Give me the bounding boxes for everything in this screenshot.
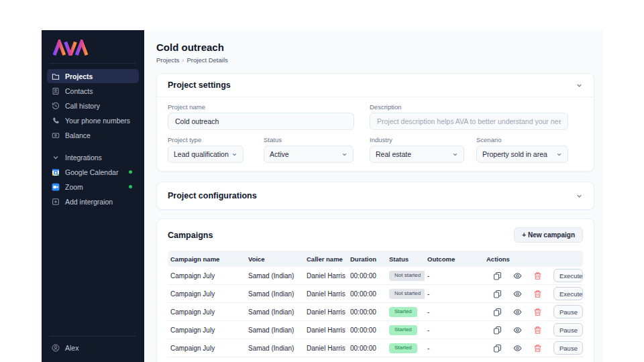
project-settings-header[interactable]: Project settings (157, 74, 594, 97)
column-header-caller-name: Caller name (304, 255, 347, 263)
cell-campaign-name: Campaign July (168, 345, 246, 352)
table-row: Campaign July Samad (Indian) Daniel Harr… (168, 321, 583, 339)
sidebar-nav: Projects Contacts Call history Your phon… (42, 69, 144, 143)
status-badge: Not started (389, 271, 425, 281)
column-header-campaign-name: Campaign name (168, 255, 246, 263)
campaigns-table: Campaign name Voice Caller name Duration… (168, 251, 583, 362)
copy-icon[interactable] (493, 326, 502, 335)
trash-icon[interactable] (533, 326, 542, 335)
trash-icon[interactable] (533, 308, 542, 316)
breadcrumb-projects[interactable]: Projects (156, 56, 179, 64)
new-campaign-button[interactable]: + New campaign (514, 227, 583, 243)
campaigns-card: Campaigns + New campaign Campaign name V… (156, 219, 594, 362)
description-label: Description (370, 103, 568, 111)
connected-status-dot (129, 185, 132, 188)
table-row: Campaign July Samad (Indian) Daniel Harr… (168, 303, 583, 321)
status-badge: Not started (389, 289, 425, 299)
sidebar-item-label: Projects (65, 72, 93, 80)
project-name-label: Project name (168, 103, 354, 111)
cell-actions: Pause (484, 323, 583, 337)
scenario-select[interactable]: Property sold in area (476, 145, 568, 163)
eye-icon[interactable] (513, 308, 522, 316)
trash-icon[interactable] (533, 290, 542, 298)
sidebar-item-contacts[interactable]: Contacts (47, 84, 139, 98)
integrations-section-label: Integrations (65, 154, 102, 162)
trash-icon[interactable] (533, 344, 542, 353)
copy-icon[interactable] (493, 290, 502, 298)
integrations-section-toggle[interactable]: Integrations (47, 150, 139, 164)
project-name-input[interactable] (168, 113, 354, 130)
execute-button[interactable]: Execute (553, 287, 583, 300)
eye-icon[interactable] (513, 290, 522, 298)
copy-icon[interactable] (493, 308, 502, 316)
status-select[interactable]: Active (264, 145, 354, 163)
eye-icon[interactable] (513, 272, 522, 280)
cell-caller-name: Daniel Harris (304, 345, 347, 352)
chevron-down-icon[interactable] (576, 192, 583, 200)
description-input[interactable] (370, 113, 568, 130)
sidebar-item-call-history[interactable]: Call history (47, 99, 139, 113)
pause-button[interactable]: Pause (553, 341, 583, 355)
eye-icon[interactable] (513, 344, 522, 353)
industry-value: Real estate (376, 150, 411, 158)
project-type-select[interactable]: Lead qualification (168, 145, 244, 163)
pause-button[interactable]: Pause (553, 323, 583, 337)
cell-caller-name: Daniel Harris (304, 290, 347, 298)
user-menu[interactable]: Alex (42, 342, 144, 362)
cell-duration: 00:00:00 (347, 290, 386, 298)
sidebar-item-label: Call history (65, 102, 100, 110)
execute-button[interactable]: Execute (553, 269, 583, 282)
folder-icon (52, 72, 60, 80)
industry-label: Industry (370, 136, 464, 143)
cell-actions: Execute (484, 287, 583, 300)
cell-campaign-name: Campaign July (168, 308, 246, 316)
cell-actions: Execute (484, 269, 583, 282)
breadcrumb-project-details: Project Details (187, 56, 228, 64)
main-content: Cold outreach Projects›Project Details P… (144, 30, 603, 362)
status-value: Active (270, 150, 289, 158)
eye-icon[interactable] (513, 326, 522, 335)
user-name: Alex (65, 344, 78, 352)
sidebar-item-zoom[interactable]: Zoom (47, 180, 139, 194)
cell-actions: Pause (484, 341, 583, 355)
cell-status: Started (386, 343, 425, 353)
copy-icon[interactable] (493, 344, 502, 353)
cell-duration: 00:00:00 (347, 308, 386, 316)
project-settings-title: Project settings (168, 80, 231, 90)
sidebar-item-label: Your phone numbers (65, 117, 130, 125)
trash-icon[interactable] (533, 272, 542, 280)
status-badge: Started (389, 325, 417, 335)
brand-logo (52, 40, 144, 57)
sidebar-divider (50, 63, 136, 64)
sidebar-item-projects[interactable]: Projects (47, 69, 139, 83)
google-calendar-icon (52, 168, 60, 176)
status-badge: Started (389, 307, 417, 317)
industry-select[interactable]: Real estate (370, 145, 464, 163)
add-integration-icon (52, 198, 60, 206)
chevron-down-icon[interactable] (576, 82, 583, 89)
sidebar: Projects Contacts Call history Your phon… (42, 30, 144, 362)
breadcrumb-separator: › (182, 56, 184, 64)
cell-voice: Samad (Indian) (246, 290, 304, 298)
table-row (168, 357, 583, 362)
description-field-group: Description (370, 103, 568, 130)
sidebar-item-your-phone-numbers[interactable]: Your phone numbers (47, 113, 139, 127)
status-badge: Started (389, 343, 417, 353)
chevron-down-icon (231, 152, 237, 158)
sidebar-footer: Alex (42, 330, 144, 362)
contacts-icon (52, 87, 60, 95)
pause-button[interactable]: Pause (553, 305, 583, 318)
campaigns-title: Campaigns (168, 231, 213, 240)
sidebar-item-balance[interactable]: Balance (47, 128, 139, 142)
history-icon (52, 102, 60, 110)
scenario-value: Property sold in area (482, 150, 547, 158)
sidebar-item-google-calendar[interactable]: Google Calendar (47, 165, 139, 179)
chevron-down-icon (452, 152, 458, 158)
table-row: Campaign July Samad (Indian) Daniel Harr… (168, 339, 583, 357)
sidebar-item-add-intergraion[interactable]: Add intergraion (47, 194, 139, 208)
scenario-field-group: Scenario Property sold in area (476, 136, 568, 163)
integrations-nav: Google Calendar Zoom Add intergraion (42, 165, 144, 209)
project-type-label: Project type (168, 136, 244, 143)
project-configurations-header[interactable]: Project configurations (157, 182, 594, 209)
copy-icon[interactable] (493, 272, 502, 280)
